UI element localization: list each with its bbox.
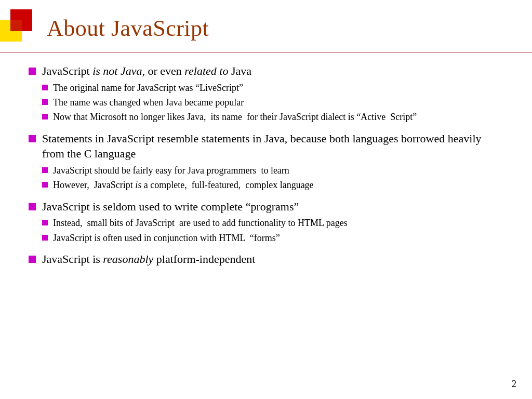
- sub-bullet-list: Instead, small bits of JavaScript are us…: [42, 217, 503, 244]
- sub-bullet-text: JavaScript is often used in conjunction …: [53, 232, 503, 244]
- list-item: JavaScript is often used in conjunction …: [42, 232, 503, 244]
- sub-bullet-icon: [42, 99, 48, 105]
- sub-bullet-text: Instead, small bits of JavaScript are us…: [53, 217, 503, 229]
- bullet-text: JavaScript is not Java, or even related …: [42, 63, 503, 126]
- sub-bullet-icon: [42, 182, 48, 188]
- main-bullet-list: JavaScript is not Java, or even related …: [29, 63, 503, 267]
- sub-bullet-icon: [42, 220, 48, 225]
- sub-bullet-icon: [42, 167, 48, 173]
- slide-content: JavaScript is not Java, or even related …: [0, 63, 532, 267]
- list-item: However, JavaScript is a complete, full-…: [42, 179, 503, 191]
- bullet-icon: [29, 135, 36, 142]
- bullet-text: JavaScript is reasonably platform-indepe…: [42, 251, 503, 267]
- bullet-icon: [29, 68, 36, 75]
- logo: [0, 9, 42, 47]
- sub-bullet-icon: [42, 85, 48, 90]
- sub-bullet-list: JavaScript should be fairly easy for Jav…: [42, 164, 503, 192]
- list-item: JavaScript is reasonably platform-indepe…: [29, 251, 503, 267]
- list-item: The name was changed when Java became po…: [42, 96, 503, 109]
- list-item: JavaScript should be fairly easy for Jav…: [42, 164, 503, 177]
- bullet-text: Statements in JavaScript resemble statem…: [42, 131, 503, 194]
- bullet-text: JavaScript is seldom used to write compl…: [42, 199, 503, 246]
- list-item: Now that Microsoft no longer likes Java,…: [42, 111, 503, 123]
- list-item: The original name for JavaScript was “Li…: [42, 82, 503, 94]
- page-number: 2: [512, 379, 516, 390]
- sub-bullet-text: JavaScript should be fairly easy for Jav…: [53, 164, 503, 177]
- sub-bullet-text: However, JavaScript is a complete, full-…: [53, 179, 503, 191]
- sub-bullet-list: The original name for JavaScript was “Li…: [42, 82, 503, 124]
- list-item: JavaScript is seldom used to write compl…: [29, 199, 503, 246]
- logo-overlap-square: [10, 20, 22, 31]
- bullet-icon: [29, 203, 36, 210]
- sub-bullet-icon: [42, 114, 48, 119]
- list-item: JavaScript is not Java, or even related …: [29, 63, 503, 126]
- sub-bullet-icon: [42, 235, 48, 241]
- list-item: Instead, small bits of JavaScript are us…: [42, 217, 503, 229]
- list-item: Statements in JavaScript resemble statem…: [29, 131, 503, 194]
- bullet-icon: [29, 256, 36, 263]
- slide-title: About JavaScript: [47, 15, 209, 42]
- sub-bullet-text: Now that Microsoft no longer likes Java,…: [53, 111, 503, 123]
- slide-header: About JavaScript: [0, 0, 532, 53]
- sub-bullet-text: The original name for JavaScript was “Li…: [53, 82, 503, 94]
- sub-bullet-text: The name was changed when Java became po…: [53, 96, 503, 109]
